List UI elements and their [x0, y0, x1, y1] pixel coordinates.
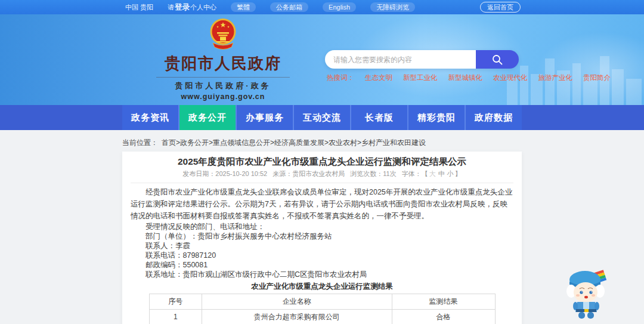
- article-paragraph: 经贵阳市农业产业化市级重点龙头企业联席会议成员单位审定，现对2025年开展的农业…: [131, 186, 513, 222]
- login-bold: 登录: [175, 3, 190, 11]
- topbar-traditional-link[interactable]: 繁體: [231, 2, 256, 12]
- search-button[interactable]: [476, 50, 519, 69]
- article-paragraph: 受理情况反映的部门、电话和地址：: [131, 222, 513, 232]
- breadcrumb-path[interactable]: 首页>政务公开>重点领域信息公开>经济高质量发展>农业农村>乡村产业和农田建设: [162, 138, 426, 147]
- hot-word-link[interactable]: 生态文明: [365, 73, 392, 82]
- hot-word-link[interactable]: 旅游产业化: [538, 73, 573, 82]
- site-title: 贵阳市人民政府: [143, 53, 303, 74]
- main-nav: 政务资讯 政务公开 办事服务 互动交流 长者版 精彩贵阳 政府数据: [0, 105, 644, 130]
- results-table-title: 农业产业化市级重点龙头企业运行监测结果: [122, 282, 522, 291]
- site-banner: 贵阳市人民政府 贵阳市人民政府·政务 www.guiyang.gov.cn 热搜…: [0, 14, 644, 105]
- hot-word-link[interactable]: 新型工业化: [403, 73, 438, 82]
- topbar-mail-link[interactable]: 公务邮箱: [270, 2, 308, 12]
- topbar-region-link[interactable]: 中国 贵阳: [125, 3, 153, 12]
- nav-item-banshifuwu[interactable]: 办事服务: [236, 105, 293, 130]
- contact-address: 联系地址：贵阳市观山湖区市级行政中心二期C区贵阳市农业农村局: [131, 270, 513, 279]
- article-meta: 发布日期：2025-10-20 10:52来源：贵阳市农业农村局浏览次数：11次…: [122, 170, 522, 178]
- font-size-label: 字体：: [402, 170, 422, 177]
- nav-item-hudongjiaoliu[interactable]: 互动交流: [293, 105, 350, 130]
- nav-item-zhengwuzixun[interactable]: 政务资讯: [122, 105, 178, 130]
- site-subtitle: 贵阳市人民政府·政务: [156, 77, 290, 91]
- hot-word-link[interactable]: 新型城镇化: [448, 73, 483, 82]
- views-value: 11次: [383, 170, 396, 177]
- contact-phone: 联系电话：87987120: [131, 251, 513, 260]
- source-label: 来源：: [273, 170, 292, 177]
- contact-person: 联系人：李霞: [131, 241, 513, 251]
- breadcrumb-label: 当前位置：: [122, 138, 158, 147]
- font-size-large-button[interactable]: 大: [429, 170, 436, 177]
- contact-postcode: 邮政编码：550081: [131, 260, 513, 270]
- nav-item-jingcaiguiyang[interactable]: 精彩贵阳: [407, 105, 465, 130]
- topbar-accessibility-link[interactable]: 无障碍浏览: [370, 2, 415, 12]
- article-title: 2025年度贵阳市农业产业化市级重点龙头企业运行监测和评定结果公示: [137, 156, 507, 167]
- search-icon: [491, 54, 503, 66]
- source-value: 贵阳市农业农村局: [292, 170, 345, 177]
- font-size-medium-button[interactable]: 中: [438, 170, 445, 177]
- national-emblem-logo: [209, 18, 237, 50]
- article-card: 2025年度贵阳市农业产业化市级重点龙头企业运行监测和评定结果公示 发布日期：2…: [122, 152, 522, 324]
- search-bar: [325, 50, 519, 69]
- nav-item-zhengfushuju[interactable]: 政府数据: [465, 105, 522, 130]
- login-prefix: 请: [168, 4, 174, 11]
- topbar: 中国 贵阳 请登录个人中心 繁體 公务邮箱 English 无障碍浏览 返回首页: [0, 0, 644, 14]
- site-url: www.guiyang.gov.cn: [143, 92, 303, 101]
- site-logo-block[interactable]: 贵阳市人民政府 贵阳市人民政府·政务 www.guiyang.gov.cn: [143, 18, 303, 101]
- hot-word-link[interactable]: 贵阳简介: [583, 73, 611, 82]
- topbar-links: 中国 贵阳 请登录个人中心 繁體 公务邮箱 English 无障碍浏览: [125, 2, 415, 13]
- publish-date-value: 2025-10-20 10:52: [215, 170, 267, 177]
- header-index: 序号: [149, 294, 202, 310]
- results-table: 序号 企业名称 监测结果 1 贵州合力超市采购有限公司 合格 2 贵州友禾种业有…: [149, 294, 496, 324]
- cell-result: 合格: [392, 310, 495, 324]
- font-size-small-button[interactable]: 小: [447, 170, 454, 177]
- cell-company: 贵州合力超市采购有限公司: [202, 310, 392, 324]
- cell-index: 1: [149, 310, 202, 324]
- meta-divider: [131, 183, 513, 183]
- font-size-bracket: 】: [455, 170, 462, 177]
- back-home-button[interactable]: 返回首页: [480, 2, 521, 13]
- header-company: 企业名称: [202, 294, 392, 310]
- hot-word-link[interactable]: 农业现代化: [493, 73, 528, 82]
- topbar-login-link[interactable]: 请登录个人中心: [168, 2, 216, 13]
- font-size-bracket: 【: [422, 170, 428, 177]
- publish-date-label: 发布日期：: [182, 170, 215, 177]
- main-nav-items: 政务资讯 政务公开 办事服务 互动交流 长者版 精彩贵阳 政府数据: [122, 105, 522, 130]
- nav-item-zhengwugongkai[interactable]: 政务公开: [178, 105, 236, 130]
- table-row: 1 贵州合力超市采购有限公司 合格: [149, 310, 495, 324]
- search-input[interactable]: [325, 50, 476, 69]
- login-suffix: 个人中心: [190, 4, 216, 11]
- article-body: 经贵阳市农业产业化市级重点龙头企业联席会议成员单位审定，现对2025年开展的农业…: [131, 186, 513, 279]
- breadcrumb: 当前位置：首页>政务公开>重点领域信息公开>经济高质量发展>农业农村>乡村产业和…: [122, 138, 426, 148]
- header-result: 监测结果: [392, 294, 495, 310]
- nav-item-zhangzheban[interactable]: 长者版: [350, 105, 407, 130]
- contact-department: 部门（单位）：贵阳市乡村振兴服务中心农村经济服务站: [131, 232, 513, 241]
- table-header-row: 序号 企业名称 监测结果: [149, 294, 495, 310]
- topbar-english-link[interactable]: English: [323, 2, 356, 12]
- mascot-assistant[interactable]: [564, 267, 609, 319]
- hot-search-label: 热搜词：: [327, 73, 354, 82]
- hot-search-row: 热搜词： 生态文明 新型工业化 新型城镇化 农业现代化 旅游产业化 贵阳简介: [327, 73, 611, 82]
- views-label: 浏览次数：: [350, 170, 383, 177]
